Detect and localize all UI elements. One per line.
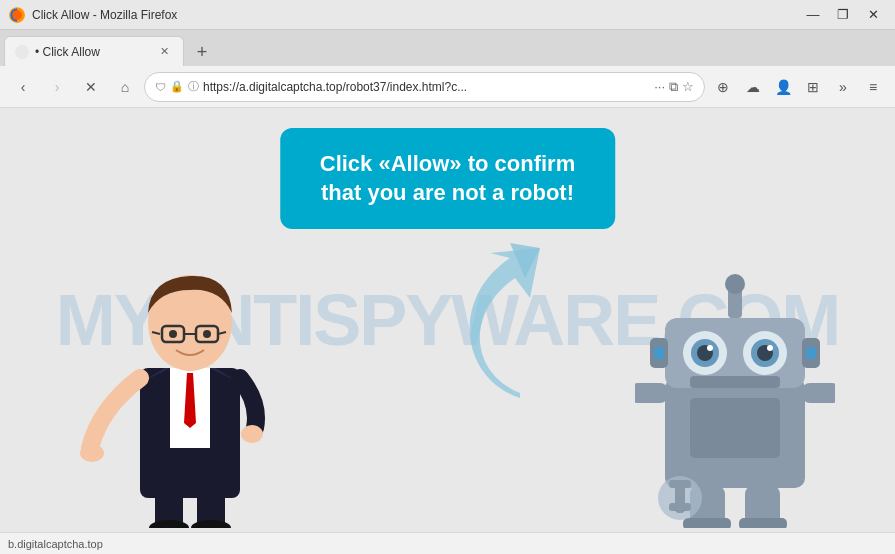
window-controls: — ❐ ✕ [799,4,887,26]
minimize-button[interactable]: — [799,4,827,26]
window-title: Click Allow - Mozilla Firefox [32,8,177,22]
account-button[interactable]: 👤 [769,73,797,101]
svg-rect-40 [690,376,780,388]
lock-icon: 🔒 [170,80,184,93]
url-actions: ··· ⧉ ☆ [654,79,694,95]
status-text: b.digitalcaptcha.top [8,538,103,550]
new-tab-button[interactable]: + [188,38,216,66]
status-bar: b.digitalcaptcha.top [0,532,895,554]
svg-point-10 [241,425,263,443]
svg-point-26 [725,274,745,294]
robot-svg [635,268,835,528]
home-button[interactable]: ⌂ [110,72,140,102]
arrow-svg [430,238,610,418]
svg-rect-50 [669,503,691,511]
firefox-logo [8,6,26,24]
person-illustration [80,228,300,532]
tab-bar: • Click Allow ✕ + [0,30,895,66]
svg-rect-38 [654,347,664,359]
svg-point-34 [707,345,713,351]
svg-rect-45 [683,518,731,528]
tab-close-button[interactable]: ✕ [155,43,173,61]
captcha-line1: Click «Allow» to confirm [320,150,576,179]
arrow-illustration [430,238,610,422]
tab-favicon [15,45,29,59]
person-svg [80,228,300,528]
info-icon: ⓘ [188,79,199,94]
svg-rect-41 [635,383,668,403]
bookmark-star-icon[interactable]: ☆ [682,79,694,94]
reload-button[interactable]: ✕ [76,72,106,102]
captcha-box: Click «Allow» to confirm that you are no… [280,128,616,229]
title-bar: Click Allow - Mozilla Firefox — ❐ ✕ [0,0,895,30]
svg-point-1 [12,9,22,19]
forward-button[interactable]: › [42,72,72,102]
close-button[interactable]: ✕ [859,4,887,26]
svg-point-18 [203,330,211,338]
svg-point-9 [80,444,104,462]
nav-extras: ⊕ ☁ 👤 ⊞ » ≡ [709,73,887,101]
security-icon: 🛡 [155,81,166,93]
menu-button[interactable]: ≡ [859,73,887,101]
nav-bar: ‹ › ✕ ⌂ 🛡 🔒 ⓘ https://a.digitalcaptcha.t… [0,66,895,108]
svg-rect-46 [739,518,787,528]
page-content: MYANTISPYWARE.COM Click «Allow» to confi… [0,108,895,532]
svg-point-17 [169,330,177,338]
url-more-button[interactable]: ··· [654,79,665,94]
svg-point-35 [767,345,773,351]
sync-button[interactable]: ☁ [739,73,767,101]
url-bar[interactable]: 🛡 🔒 ⓘ https://a.digitalcaptcha.top/robot… [144,72,705,102]
more-tools-button[interactable]: » [829,73,857,101]
svg-rect-39 [806,347,816,359]
restore-button[interactable]: ❐ [829,4,857,26]
back-button[interactable]: ‹ [8,72,38,102]
title-bar-left: Click Allow - Mozilla Firefox [8,6,177,24]
svg-rect-24 [690,398,780,458]
captcha-line2: that you are not a robot! [320,179,576,208]
tab-label: • Click Allow [35,45,149,59]
robot-illustration [635,268,835,532]
url-text: https://a.digitalcaptcha.top/robot37/ind… [203,80,650,94]
svg-rect-42 [802,383,835,403]
reader-view-icon[interactable]: ⧉ [669,79,678,95]
extensions-button[interactable]: ⊞ [799,73,827,101]
active-tab[interactable]: • Click Allow ✕ [4,36,184,66]
containers-button[interactable]: ⊕ [709,73,737,101]
svg-rect-49 [669,480,691,488]
